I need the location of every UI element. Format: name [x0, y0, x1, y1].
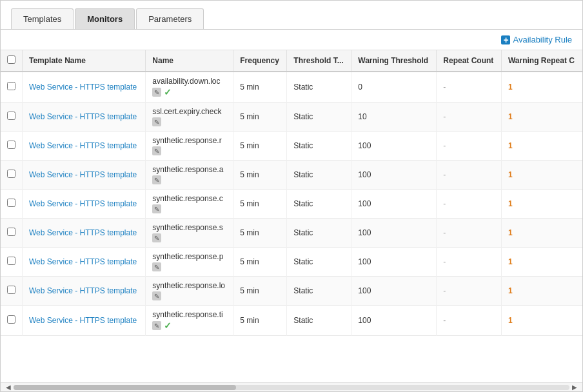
header-repeat-count: Repeat Count: [437, 50, 502, 72]
warning-repeat-cell: 1: [501, 190, 582, 219]
name-cell: synthetic.response.p: [146, 248, 233, 277]
row-checkbox[interactable]: [7, 286, 15, 294]
template-name-link[interactable]: Web Service - HTTPS template: [29, 228, 137, 237]
warning-repeat-value: 1: [508, 257, 513, 266]
warning-repeat-value: 1: [508, 170, 513, 179]
table-row: Web Service - HTTPS templatesynthetic.re…: [1, 161, 582, 190]
threshold-type-cell: Static: [287, 103, 351, 132]
name-cell: availability.down.loc✓: [146, 72, 233, 103]
row-checkbox-cell: [1, 103, 23, 132]
template-name-cell: Web Service - HTTPS template: [23, 103, 146, 132]
warning-repeat-cell: 1: [501, 277, 582, 306]
row-checkbox[interactable]: [7, 112, 15, 120]
header-name: Name: [146, 50, 233, 72]
name-cell: synthetic.response.r: [146, 132, 233, 161]
warning-threshold-cell: 100: [351, 248, 437, 277]
edit-icon[interactable]: [152, 291, 161, 300]
monitor-name: synthetic.response.p: [152, 252, 226, 261]
warning-repeat-value: 1: [508, 83, 513, 92]
row-checkbox[interactable]: [7, 228, 15, 236]
name-cell: synthetic.response.lo: [146, 277, 233, 306]
edit-icon[interactable]: [152, 175, 161, 184]
template-name-link[interactable]: Web Service - HTTPS template: [29, 112, 137, 121]
monitors-table: Template Name Name Frequency Threshold T…: [1, 50, 582, 336]
table-header-row: Template Name Name Frequency Threshold T…: [1, 50, 582, 72]
scroll-right-arrow[interactable]: ▶: [569, 384, 580, 391]
table-row: Web Service - HTTPS templatessl.cert.exp…: [1, 103, 582, 132]
name-cell: synthetic.response.c: [146, 190, 233, 219]
table-row: Web Service - HTTPS templatesynthetic.re…: [1, 248, 582, 277]
template-name-cell: Web Service - HTTPS template: [23, 132, 146, 161]
threshold-type-cell: Static: [287, 306, 351, 336]
row-checkbox-cell: [1, 132, 23, 161]
checkmark-icon: ✓: [164, 87, 172, 97]
template-name-link[interactable]: Web Service - HTTPS template: [29, 170, 137, 179]
template-name-link[interactable]: Web Service - HTTPS template: [29, 199, 137, 208]
threshold-type-cell: Static: [287, 248, 351, 277]
scrollbar-row: ◀ ▶: [1, 382, 582, 391]
template-name-link[interactable]: Web Service - HTTPS template: [29, 141, 137, 150]
warning-threshold-cell: 100: [351, 306, 437, 336]
threshold-type-cell: Static: [287, 132, 351, 161]
table-row: Web Service - HTTPS templatesynthetic.re…: [1, 219, 582, 248]
template-name-link[interactable]: Web Service - HTTPS template: [29, 83, 137, 92]
template-name-link[interactable]: Web Service - HTTPS template: [29, 257, 137, 266]
template-name-cell: Web Service - HTTPS template: [23, 248, 146, 277]
scroll-track[interactable]: [14, 385, 569, 390]
edit-icon[interactable]: [152, 321, 161, 330]
frequency-cell: 5 min: [233, 72, 287, 103]
tab-monitors[interactable]: Monitors: [75, 8, 135, 29]
row-checkbox[interactable]: [7, 257, 15, 265]
row-checkbox[interactable]: [7, 82, 15, 90]
template-name-cell: Web Service - HTTPS template: [23, 306, 146, 336]
scroll-left-arrow[interactable]: ◀: [3, 384, 14, 391]
warning-repeat-cell: 1: [501, 72, 582, 103]
row-checkbox[interactable]: [7, 315, 15, 324]
table-row: Web Service - HTTPS templatesynthetic.re…: [1, 132, 582, 161]
row-checkbox-cell: [1, 72, 23, 103]
edit-icon[interactable]: [152, 117, 161, 126]
select-all-checkbox[interactable]: [7, 55, 15, 64]
template-name-link[interactable]: Web Service - HTTPS template: [29, 286, 137, 295]
warning-threshold-cell: 0: [351, 72, 437, 103]
threshold-type-cell: Static: [287, 161, 351, 190]
warning-repeat-cell: 1: [501, 248, 582, 277]
row-checkbox-cell: [1, 219, 23, 248]
tab-templates[interactable]: Templates: [11, 8, 74, 29]
add-availability-rule-button[interactable]: + Availability Rule: [501, 35, 572, 44]
row-checkbox-cell: [1, 277, 23, 306]
row-checkbox[interactable]: [7, 141, 15, 149]
repeat-count-cell: -: [437, 161, 502, 190]
tab-parameters[interactable]: Parameters: [136, 8, 204, 29]
row-checkbox[interactable]: [7, 199, 15, 207]
warning-threshold-cell: 10: [351, 103, 437, 132]
template-name-link[interactable]: Web Service - HTTPS template: [29, 316, 137, 325]
frequency-cell: 5 min: [233, 132, 287, 161]
template-name-cell: Web Service - HTTPS template: [23, 219, 146, 248]
monitor-name: synthetic.response.r: [152, 136, 226, 145]
table-row: Web Service - HTTPS templatesynthetic.re…: [1, 190, 582, 219]
toolbar: + Availability Rule: [1, 30, 582, 50]
warning-repeat-value: 1: [508, 228, 513, 237]
row-checkbox-cell: [1, 161, 23, 190]
warning-repeat-value: 1: [508, 112, 513, 121]
template-name-cell: Web Service - HTTPS template: [23, 277, 146, 306]
repeat-count-cell: -: [437, 277, 502, 306]
warning-repeat-value: 1: [508, 316, 513, 325]
warning-repeat-cell: 1: [501, 219, 582, 248]
edit-icon[interactable]: [152, 262, 161, 271]
frequency-cell: 5 min: [233, 190, 287, 219]
edit-icon[interactable]: [152, 88, 161, 97]
repeat-count-cell: -: [437, 190, 502, 219]
template-name-cell: Web Service - HTTPS template: [23, 190, 146, 219]
edit-icon[interactable]: [152, 204, 161, 213]
row-checkbox[interactable]: [7, 170, 15, 178]
edit-icon[interactable]: [152, 146, 161, 155]
warning-threshold-cell: 100: [351, 219, 437, 248]
frequency-cell: 5 min: [233, 161, 287, 190]
name-cell: synthetic.response.ti✓: [146, 306, 233, 336]
table-row: Web Service - HTTPS templatesynthetic.re…: [1, 306, 582, 336]
threshold-type-cell: Static: [287, 190, 351, 219]
header-warning-repeat: Warning Repeat C: [501, 50, 582, 72]
edit-icon[interactable]: [152, 233, 161, 242]
